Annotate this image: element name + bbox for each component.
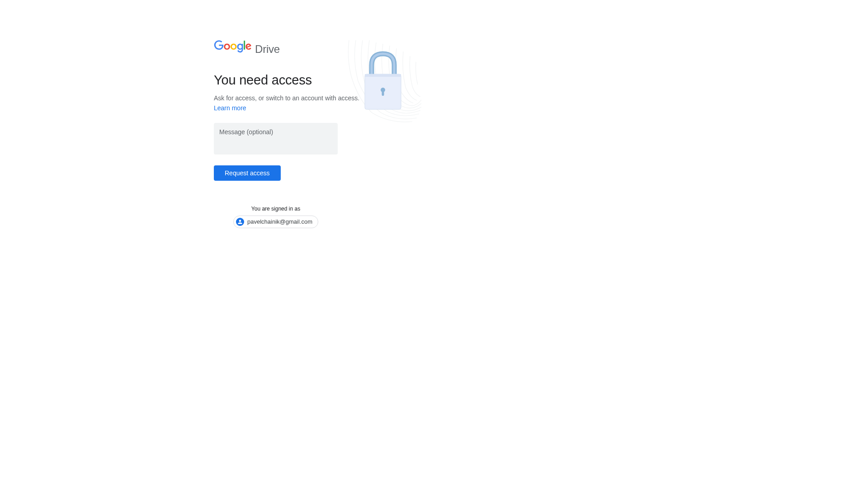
user-avatar-icon — [236, 218, 244, 226]
message-input[interactable] — [214, 123, 338, 155]
request-access-button[interactable]: Request access — [214, 165, 281, 181]
lock-icon — [344, 40, 421, 124]
svg-rect-1 — [365, 74, 401, 77]
drive-text: Drive — [255, 43, 280, 56]
learn-more-link[interactable]: Learn more — [214, 104, 246, 112]
account-email: pavelchainik@gmail.com — [247, 218, 312, 225]
google-logo-icon — [214, 40, 252, 55]
account-switcher-chip[interactable]: pavelchainik@gmail.com — [233, 216, 318, 228]
svg-rect-3 — [382, 91, 384, 96]
signed-in-label: You are signed in as — [214, 206, 338, 212]
